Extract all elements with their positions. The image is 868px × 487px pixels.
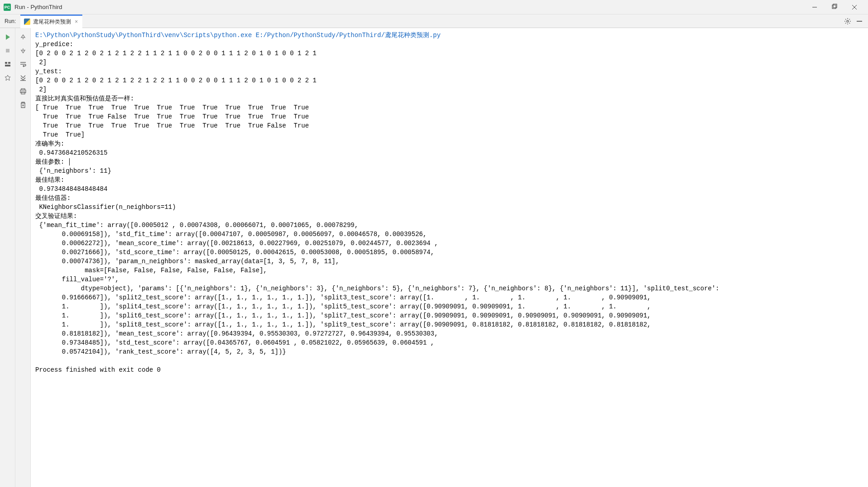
console-output[interactable]: E:\Python\PythonStudy\PythonThird\venv\S… [31, 28, 868, 487]
svg-rect-1 [832, 5, 836, 9]
console-line: 0.00069158]), 'std_fit_time': array([0.0… [35, 230, 863, 239]
exit-line: Process finished with exit code 0 [35, 365, 863, 374]
main-container: Run: 鸢尾花种类预测 × [0, 14, 868, 487]
console-line: 最佳结果: [35, 175, 863, 184]
pin-button[interactable] [1, 71, 14, 84]
console-line: 准确率为: [35, 139, 863, 148]
console-line: mask=[False, False, False, False, False,… [35, 266, 863, 275]
left-toolbar [0, 28, 15, 487]
console-line: 0.00271666]), 'std_score_time': array([0… [35, 248, 863, 257]
print-button[interactable] [17, 85, 29, 98]
down-arrow-button[interactable] [17, 44, 29, 57]
content-area: E:\Python\PythonStudy\PythonThird\venv\S… [0, 28, 868, 487]
console-line: 0.9473684210526315 [35, 148, 863, 157]
hide-icon[interactable] [854, 16, 864, 26]
console-line: 0.00062272]), 'mean_score_time': array([… [35, 239, 863, 248]
console-line: True True] [35, 130, 863, 139]
console-line: 1. ]), 'split6_test_score': array([1., 1… [35, 311, 863, 320]
console-line: 0.97348485]), 'std_test_score': array([0… [35, 338, 863, 347]
svg-rect-2 [833, 4, 837, 8]
console-line: 交叉验证结果: [35, 212, 863, 221]
console-line: fill_value='?', [35, 275, 863, 284]
tab-label: 鸢尾花种类预测 [33, 18, 71, 26]
minimize-button[interactable] [805, 0, 825, 14]
console-line: [0 2 0 0 2 1 2 0 2 1 2 1 2 2 1 1 2 1 1 0… [35, 49, 863, 58]
console-line: [ True True True True True True True Tru… [35, 103, 863, 112]
console-line: 0.05742104]), 'rank_test_score': array([… [35, 347, 863, 356]
command-line: E:\Python\PythonStudy\PythonThird\venv\S… [35, 31, 863, 40]
tab-close-icon[interactable]: × [74, 19, 79, 25]
console-line: KNeighborsClassifier(n_neighbors=11) [35, 203, 863, 212]
run-tab[interactable]: 鸢尾花种类预测 × [20, 14, 82, 28]
layout-button[interactable] [1, 58, 14, 71]
console-line: {'n_neighbors': 11} [35, 166, 863, 175]
svg-rect-9 [8, 62, 10, 64]
secondary-toolbar [15, 28, 31, 487]
console-line: {'mean_fit_time': array([0.0005012 , 0.0… [35, 221, 863, 230]
up-arrow-button[interactable] [17, 31, 29, 43]
svg-rect-8 [5, 62, 7, 64]
window-title: Run - PythonThird [14, 4, 805, 10]
console-line: 最佳参数: [35, 157, 863, 166]
console-line: 2] [35, 85, 863, 94]
text-cursor [69, 158, 70, 165]
console-line: True True True True True True True True … [35, 121, 863, 130]
console-line: 1. ]), 'split8_test_score': array([1., 1… [35, 320, 863, 329]
maximize-button[interactable] [825, 0, 844, 14]
trash-button[interactable] [17, 99, 29, 111]
console-line: 0.00074736]), 'param_n_neighbors': maske… [35, 257, 863, 266]
console-line: 2] [35, 58, 863, 67]
console-line: y_predice: [35, 40, 863, 49]
console-line: 0.91666667]), 'split2_test_score': array… [35, 293, 863, 302]
svg-rect-7 [6, 49, 9, 52]
app-icon: PC [4, 4, 11, 11]
svg-rect-10 [5, 65, 10, 66]
console-line: 直接比对真实值和预估值是否一样: [35, 94, 863, 103]
close-button[interactable] [844, 0, 864, 14]
tab-bar: Run: 鸢尾花种类预测 × [0, 14, 868, 28]
svg-point-5 [847, 20, 849, 22]
run-button[interactable] [1, 31, 14, 43]
console-line: 0.9734848484848484 [35, 184, 863, 194]
console-line: dtype=object), 'params': [{'n_neighbors'… [35, 284, 863, 293]
tab-bar-right [843, 16, 868, 26]
console-line: 1. ]), 'split4_test_score': array([1., 1… [35, 302, 863, 311]
console-line: 0.81818182]), 'mean_test_score': array([… [35, 329, 863, 338]
console-line: True True True False True True True True… [35, 112, 863, 121]
settings-icon[interactable] [843, 16, 853, 26]
window-controls [805, 0, 864, 14]
run-label: Run: [0, 18, 20, 24]
scroll-end-button[interactable] [17, 71, 29, 84]
python-icon [24, 19, 30, 25]
console-line: 最佳估值器: [35, 194, 863, 203]
soft-wrap-button[interactable] [17, 58, 29, 71]
titlebar: PC Run - PythonThird [0, 0, 868, 14]
console-line: y_test: [35, 67, 863, 76]
stop-button[interactable] [1, 44, 14, 57]
console-line: [0 2 0 0 2 1 2 0 2 1 2 1 2 2 1 2 2 1 1 0… [35, 76, 863, 85]
